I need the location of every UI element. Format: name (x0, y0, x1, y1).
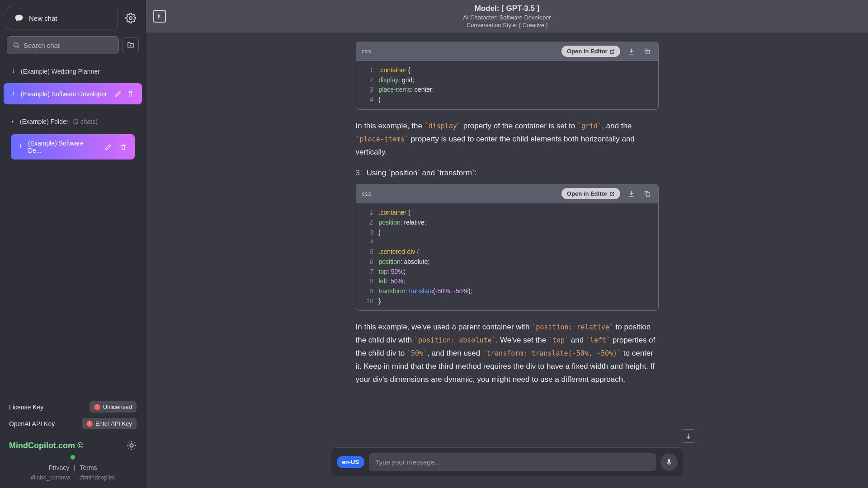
sidebar-footer: License Key !Unlicensed OpenAI API Key !… (0, 394, 146, 488)
folder-label: (Example) Folder (20, 118, 68, 125)
open-editor-button[interactable]: Open in Editor (561, 188, 620, 199)
scroll-down-button[interactable] (682, 429, 695, 443)
edit-button[interactable] (113, 89, 123, 99)
paragraph: In this example, the `display` property … (356, 120, 659, 159)
arrow-down-icon (685, 432, 692, 440)
pin-icon (17, 144, 24, 150)
folder-plus-icon (127, 41, 135, 49)
chat-item-label: (Example) Software Developer (21, 90, 108, 98)
theme-toggle[interactable] (127, 441, 137, 450)
panel-collapse-icon (156, 13, 163, 20)
folder-item[interactable]: (Example) Folder (2 chats) (4, 113, 142, 131)
chat-item-wedding[interactable]: (Example) Wedding Planner (4, 62, 142, 80)
language-pill[interactable]: en-US (337, 456, 365, 468)
code-block: css Open in Editor 1.container {2 displa… (356, 42, 659, 110)
alert-icon: ! (86, 421, 93, 427)
pencil-icon (105, 144, 112, 150)
handle-link[interactable]: @mindcopilot (79, 474, 115, 481)
topbar: Model: [ GPT-3.5 ] AI Character: Softwar… (146, 0, 868, 33)
license-label: License Key (9, 404, 43, 411)
code-body: 1.container {2 position: relative;3}45.c… (356, 203, 658, 310)
paragraph: In this example, we've used a parent con… (356, 321, 659, 386)
character-line: AI Character: Software Developer (463, 14, 551, 21)
chat-list: (Example) Wedding Planner (Example) Soft… (0, 59, 146, 394)
new-chat-label: New chat (29, 14, 57, 22)
mic-button[interactable] (660, 454, 678, 471)
delete-button[interactable] (125, 89, 136, 99)
list-item: 3. Using `position` and `transform`: (356, 169, 659, 178)
external-icon (609, 49, 615, 54)
copy-button[interactable] (642, 46, 653, 57)
sidebar: New chat (Example) Wedding Planner (Exam… (0, 0, 146, 488)
chat-item-software[interactable]: (Example) Software Developer (4, 83, 142, 104)
pin-icon (10, 68, 16, 75)
download-button[interactable] (626, 46, 637, 57)
edit-button[interactable] (103, 142, 113, 152)
chevron-right-icon (10, 119, 15, 124)
search-input-wrap[interactable] (7, 36, 119, 54)
api-badge[interactable]: !Enter API Key (82, 418, 137, 429)
svg-rect-4 (646, 193, 650, 197)
privacy-link[interactable]: Privacy (48, 464, 69, 471)
status-dot (71, 455, 75, 460)
chat-icon (14, 14, 24, 23)
input-area: en-US (146, 447, 868, 488)
trash-icon (120, 144, 127, 150)
search-input[interactable] (24, 42, 113, 49)
code-body: 1.container {2 display: grid;3 place-ite… (356, 61, 658, 109)
svg-point-0 (129, 17, 132, 19)
alert-icon: ! (94, 404, 100, 410)
chat-content[interactable]: css Open in Editor 1.container {2 displa… (146, 33, 868, 447)
license-badge[interactable]: !Unlicensed (90, 401, 137, 413)
dragged-chat-item[interactable]: (Example) Software De... (11, 134, 135, 160)
new-chat-button[interactable]: New chat (7, 7, 118, 29)
main: Model: [ GPT-3.5 ] AI Character: Softwar… (146, 0, 868, 488)
handle-link[interactable]: @abc_cordova (31, 474, 71, 481)
collapse-sidebar-button[interactable] (153, 10, 166, 23)
download-button[interactable] (626, 188, 637, 199)
terms-link[interactable]: Terms (80, 464, 97, 471)
sun-icon (127, 441, 137, 450)
download-icon (627, 47, 635, 55)
download-icon (627, 190, 635, 197)
open-editor-button[interactable]: Open in Editor (561, 46, 620, 57)
copy-icon (643, 47, 651, 55)
model-line: Model: [ GPT-3.5 ] (463, 4, 551, 13)
chat-item-label: (Example) Wedding Planner (21, 68, 136, 75)
svg-point-2 (130, 444, 133, 447)
folder-count: (2 chats) (73, 118, 97, 125)
code-language: css (362, 48, 561, 55)
mic-icon (665, 458, 673, 466)
style-line: Conversation Style: [ Creative ] (463, 22, 551, 28)
search-icon (13, 41, 20, 49)
trash-icon (127, 90, 134, 97)
api-label: OpenAI API Key (9, 420, 55, 427)
new-folder-button[interactable] (123, 37, 139, 53)
gear-icon (125, 13, 136, 23)
pencil-icon (115, 90, 122, 97)
header-info: Model: [ GPT-3.5 ] AI Character: Softwar… (463, 4, 551, 28)
copy-button[interactable] (642, 188, 653, 199)
brand-link[interactable]: MindCopilot.com © (9, 441, 83, 450)
settings-button[interactable] (123, 10, 139, 26)
svg-rect-3 (646, 50, 650, 54)
code-language: css (362, 191, 561, 197)
pin-icon (10, 91, 16, 97)
code-block: css Open in Editor 1.container {2 positi… (356, 184, 659, 311)
copy-icon (643, 190, 651, 197)
message-input[interactable] (369, 453, 656, 471)
delete-button[interactable] (118, 142, 128, 152)
chat-item-label: (Example) Software De... (28, 140, 99, 154)
external-icon (609, 191, 615, 197)
svg-point-1 (14, 43, 18, 47)
